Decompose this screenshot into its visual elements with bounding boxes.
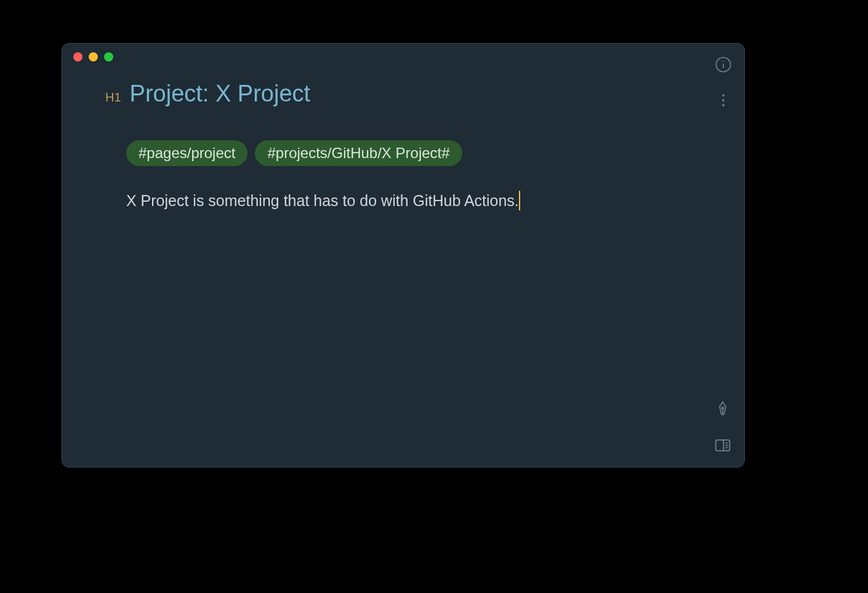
tags-row: #pages/project #projects/GitHub/X Projec… xyxy=(105,140,689,166)
svg-point-2 xyxy=(723,61,724,62)
svg-point-3 xyxy=(722,407,724,409)
page-title[interactable]: Project: X Project xyxy=(130,81,311,107)
window-controls xyxy=(73,52,113,62)
info-icon[interactable] xyxy=(715,56,732,73)
bottom-right-toolbar xyxy=(713,400,732,455)
right-toolbar xyxy=(715,56,732,109)
heading-row: H1 Project: X Project xyxy=(105,81,689,107)
minimize-button[interactable] xyxy=(89,52,98,62)
tag[interactable]: #pages/project xyxy=(126,140,247,166)
pen-nib-icon[interactable] xyxy=(713,400,732,419)
more-menu-icon[interactable] xyxy=(720,92,727,109)
heading-level-marker: H1 xyxy=(105,90,121,105)
body-line[interactable]: X Project is something that has to do wi… xyxy=(105,191,689,210)
close-button[interactable] xyxy=(73,52,82,62)
side-panel-icon[interactable] xyxy=(713,436,732,455)
app-window: H1 Project: X Project #pages/project #pr… xyxy=(62,43,745,468)
maximize-button[interactable] xyxy=(104,52,113,62)
tag[interactable]: #projects/GitHub/X Project# xyxy=(255,140,462,166)
body-text[interactable]: X Project is something that has to do wi… xyxy=(126,192,519,210)
text-cursor xyxy=(519,191,521,210)
editor-content[interactable]: H1 Project: X Project #pages/project #pr… xyxy=(62,44,744,235)
